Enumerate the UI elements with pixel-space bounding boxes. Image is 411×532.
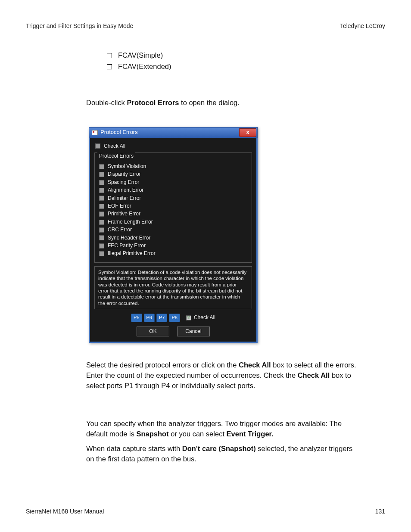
error-item[interactable]: Illegal Primitive Error <box>99 250 248 257</box>
description-box: Symbol Violation: Detection of a code vi… <box>94 266 252 309</box>
checkbox-icon[interactable] <box>99 243 104 249</box>
fieldset-legend: Protocol Errors <box>97 152 135 160</box>
checkbox-icon[interactable] <box>99 164 104 169</box>
checkbox-icon[interactable] <box>95 143 100 149</box>
port-p5-button[interactable]: P5 <box>131 314 142 322</box>
checkbox-icon[interactable] <box>99 172 104 177</box>
ok-button[interactable]: OK <box>137 327 169 336</box>
ports-check-all[interactable]: ☑ Check All <box>186 314 215 321</box>
header-right: Teledyne LeCroy <box>340 22 385 29</box>
page-footer: SierraNet M168 User Manual 131 <box>26 508 385 515</box>
footer-left: SierraNet M168 User Manual <box>26 508 104 515</box>
error-item[interactable]: Frame Length Error <box>99 218 248 226</box>
dialog-body: Check All Protocol Errors Symbol Violati… <box>89 138 258 343</box>
check-all-row[interactable]: Check All <box>95 143 252 150</box>
app-icon <box>92 130 98 135</box>
checkbox-icon[interactable] <box>99 235 104 240</box>
error-item[interactable]: FEC Parity Error <box>99 242 248 249</box>
error-item[interactable]: EOF Error <box>99 202 248 210</box>
bullet-list: FCAV(Simple) FCAV(Extended) <box>107 50 359 72</box>
cancel-button[interactable]: Cancel <box>177 327 210 336</box>
dialog-button-row: OK Cancel <box>94 327 252 336</box>
check-all-label: Check All <box>104 143 125 150</box>
protocol-errors-fieldset: Protocol Errors Symbol Violation Dispari… <box>94 152 252 263</box>
checkbox-icon[interactable] <box>99 188 104 193</box>
error-item[interactable]: Alignment Error <box>99 187 248 194</box>
dialog-title: Protocol Errors <box>100 128 138 137</box>
dialog-titlebar[interactable]: Protocol Errors x <box>89 127 258 138</box>
port-p6-button[interactable]: P6 <box>144 314 155 322</box>
port-p8-button[interactable]: P8 <box>169 314 180 322</box>
error-item[interactable]: Disparity Error <box>99 171 248 178</box>
list-item: FCAV(Extended) <box>107 62 359 72</box>
error-item[interactable]: Primitive Error <box>99 210 248 218</box>
close-button[interactable]: x <box>239 128 256 137</box>
paragraph: When data capture starts with Don't care… <box>86 444 359 464</box>
bullet-text: FCAV(Extended) <box>118 62 171 72</box>
error-item[interactable]: CRC Error <box>99 226 248 233</box>
checkbox-checked-icon[interactable]: ☑ <box>186 315 191 320</box>
checkbox-icon[interactable] <box>99 220 104 225</box>
checkbox-icon[interactable] <box>99 180 104 185</box>
checkbox-icon[interactable] <box>99 204 104 209</box>
checkbox-icon[interactable] <box>99 212 104 217</box>
square-bullet-icon <box>107 53 112 58</box>
error-item[interactable]: Delimiter Error <box>99 195 248 202</box>
bullet-text: FCAV(Simple) <box>118 50 163 61</box>
header-left: Trigger and Filter Settings in Easy Mode <box>26 22 133 29</box>
page-header: Trigger and Filter Settings in Easy Mode… <box>26 22 385 33</box>
page-content: FCAV(Simple) FCAV(Extended) Double-click… <box>26 50 385 464</box>
port-p7-button[interactable]: P7 <box>156 314 167 322</box>
list-item: FCAV(Simple) <box>107 50 359 61</box>
protocol-errors-dialog: Protocol Errors x Check All Protocol Err… <box>89 127 258 343</box>
square-bullet-icon <box>107 64 112 69</box>
close-icon: x <box>246 128 249 137</box>
checkbox-icon[interactable] <box>99 251 104 256</box>
port-row: P5 P6 P7 P8 ☑ Check All <box>94 314 252 322</box>
paragraph: You can specify when the analyzer trigge… <box>86 419 359 439</box>
error-item[interactable]: Spacing Error <box>99 179 248 186</box>
checkbox-icon[interactable] <box>99 227 104 233</box>
checkbox-icon[interactable] <box>99 196 104 201</box>
footer-page-number: 131 <box>375 508 385 515</box>
paragraph: Select the desired protocol errors or cl… <box>86 360 359 391</box>
error-item[interactable]: Sync Header Error <box>99 234 248 242</box>
intro-paragraph: Double-click Protocol Errors to open the… <box>86 98 359 108</box>
error-item[interactable]: Symbol Violation <box>99 163 248 170</box>
